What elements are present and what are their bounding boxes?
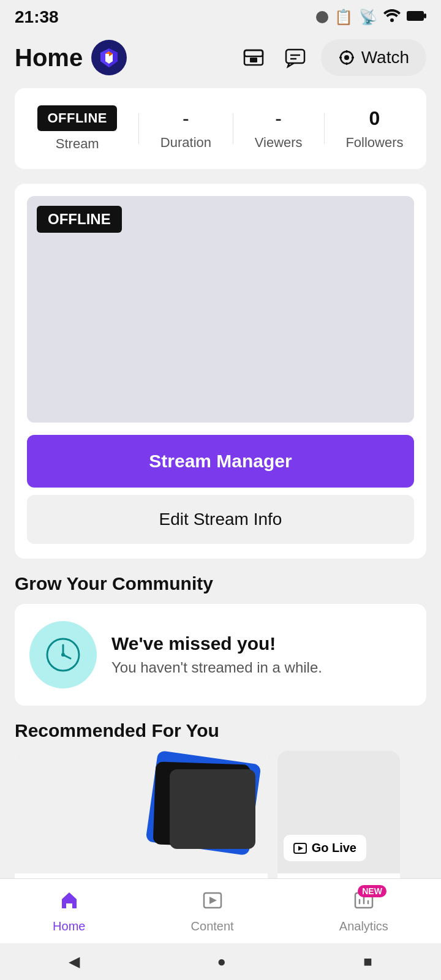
- app-header: Home: [0, 32, 441, 88]
- page-title: Home: [15, 44, 83, 72]
- viewers-label: Viewers: [255, 135, 303, 151]
- android-back-button[interactable]: ◀: [69, 953, 80, 970]
- svg-marker-26: [298, 846, 303, 851]
- new-badge: NEW: [358, 885, 386, 897]
- wifi-icon: [383, 8, 401, 26]
- content-icon: [202, 890, 223, 916]
- followers-item: 0 Followers: [345, 107, 403, 151]
- header-icons: Watch: [238, 39, 426, 76]
- header-left: Home: [15, 40, 127, 75]
- android-nav-bar: ◀ ● ■: [0, 943, 441, 980]
- community-text: We've missed you! You haven't streamed i…: [111, 633, 322, 676]
- dot-icon: [316, 11, 328, 23]
- recommended-section-title: Recommended For You: [15, 720, 426, 741]
- stream-card: OFFLINE Stream Manager Edit Stream Info: [15, 184, 426, 559]
- nav-home[interactable]: Home: [53, 890, 85, 933]
- svg-marker-28: [209, 897, 217, 904]
- offline-badge-preview: OFFLINE: [37, 206, 122, 233]
- stream-label: Stream: [56, 136, 99, 152]
- divider-2: [233, 113, 233, 144]
- status-icons: 📋 📡: [316, 8, 426, 26]
- watch-button[interactable]: Watch: [321, 39, 426, 76]
- community-body: You haven't streamed in a while.: [111, 659, 322, 676]
- nav-content-label: Content: [191, 919, 234, 933]
- status-time: 21:38: [15, 7, 59, 27]
- rec-card-image-1: [15, 751, 268, 873]
- viewers-item: - Viewers: [255, 107, 303, 151]
- nav-analytics[interactable]: NEW Analytics: [339, 890, 388, 933]
- clock-icon-circle: [29, 621, 97, 688]
- divider-1: [138, 113, 139, 144]
- followers-value: 0: [369, 107, 380, 130]
- battery-icon: [407, 10, 426, 24]
- offline-badge: OFFLINE: [37, 105, 117, 131]
- edit-stream-button[interactable]: Edit Stream Info: [27, 495, 414, 544]
- svg-rect-11: [250, 58, 257, 62]
- android-home-button[interactable]: ●: [217, 953, 226, 970]
- android-recent-button[interactable]: ■: [363, 953, 372, 970]
- stream-manager-button[interactable]: Stream Manager: [27, 435, 414, 488]
- followers-label: Followers: [345, 135, 403, 151]
- watch-label: Watch: [361, 48, 409, 67]
- duration-value: -: [183, 107, 189, 130]
- svg-rect-1: [407, 11, 424, 21]
- viewers-value: -: [275, 107, 282, 130]
- nav-content[interactable]: Content: [191, 890, 234, 933]
- stats-card: OFFLINE Stream - Duration - Viewers 0 Fo…: [15, 88, 426, 169]
- go-live-overlay: Go Live: [284, 835, 366, 861]
- rec-card-image-2: Go Live: [277, 751, 400, 873]
- status-bar: 21:38 📋 📡: [0, 0, 441, 32]
- divider-3: [324, 113, 325, 144]
- go-live-label: Go Live: [312, 841, 356, 855]
- nav-analytics-label: Analytics: [339, 919, 388, 933]
- community-section-title: Grow Your Community: [15, 573, 426, 594]
- stream-status-item: OFFLINE Stream: [37, 105, 117, 152]
- svg-point-0: [390, 18, 394, 22]
- cast-icon: 📡: [359, 9, 377, 26]
- svg-rect-2: [424, 13, 426, 18]
- community-headline: We've missed you!: [111, 633, 322, 654]
- alert-icon: 📋: [334, 9, 353, 26]
- duration-item: - Duration: [160, 107, 211, 151]
- chat-button[interactable]: [279, 42, 311, 74]
- svg-point-16: [344, 55, 349, 60]
- svg-rect-10: [244, 50, 263, 56]
- home-icon: [59, 890, 80, 916]
- stream-preview: OFFLINE: [27, 196, 414, 423]
- app-logo: [91, 40, 127, 75]
- inbox-button[interactable]: [238, 42, 270, 74]
- analytics-badge-container: NEW: [353, 890, 374, 916]
- bottom-navigation: Home Content NEW Analytics: [0, 878, 441, 943]
- svg-rect-12: [286, 50, 304, 63]
- community-card: We've missed you! You haven't streamed i…: [15, 604, 426, 706]
- svg-point-24: [61, 653, 65, 657]
- duration-label: Duration: [160, 135, 211, 151]
- nav-home-label: Home: [53, 919, 85, 933]
